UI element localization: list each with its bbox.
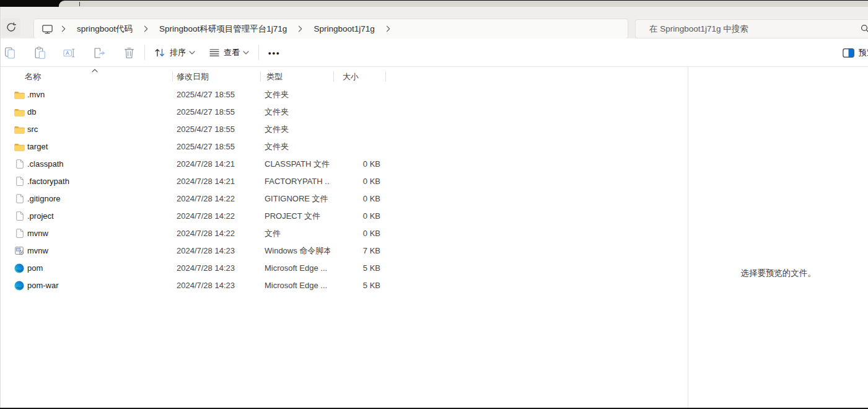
file-size: 0 KB — [333, 173, 380, 190]
edge-icon — [14, 281, 24, 291]
file-size: 5 KB — [333, 277, 380, 294]
file-row[interactable]: db 2025/4/27 18:55 文件夹 — [0, 103, 688, 121]
view-button[interactable]: 查看 — [206, 42, 253, 63]
file-rows: .mvn 2025/4/27 18:55 文件夹 db 2025/4/27 18… — [0, 86, 688, 294]
sort-label: 排序 — [170, 47, 186, 58]
folder-icon — [14, 126, 25, 134]
refresh-icon — [6, 22, 16, 32]
rename-button[interactable] — [59, 42, 79, 63]
file-size: 0 KB — [333, 225, 380, 242]
file-row[interactable]: .classpath 2024/7/28 14:21 CLASSPATH 文件 … — [0, 156, 688, 173]
column-header-size[interactable]: 大小 — [343, 67, 359, 86]
file-row[interactable]: .project 2024/7/28 14:22 PROJECT 文件 0 KB — [0, 208, 688, 225]
file-type: CLASSPATH 文件 — [265, 156, 330, 173]
file-row[interactable]: pom 2024/7/28 14:23 Microsoft Edge ... 5… — [0, 260, 688, 277]
file-size: 5 KB — [333, 260, 380, 277]
breadcrumb: springboot代码Springboot科研项目管理平台1j71gSprin… — [34, 19, 628, 38]
column-divider[interactable] — [260, 71, 261, 82]
file-date: 2025/4/27 18:55 — [177, 138, 235, 156]
column-header-date[interactable]: 修改日期 — [177, 67, 209, 86]
preview-split-icon — [843, 48, 854, 58]
command-toolbar: 排序 查看 ••• 预览 — [0, 38, 868, 67]
file-size: 0 KB — [333, 190, 380, 208]
sort-ascending-icon — [92, 69, 98, 73]
file-type: FACTORYPATH ... — [265, 173, 330, 190]
column-header-name[interactable]: 名称 — [25, 67, 41, 86]
file-size: 0 KB — [333, 208, 380, 225]
preview-pane: 选择要预览的文件。 — [688, 67, 868, 408]
monitor-icon — [42, 24, 53, 34]
chevron-right-icon — [297, 25, 303, 32]
file-row[interactable]: mvnw 2024/7/28 14:23 Windows 命令脚本 7 KB — [0, 242, 688, 260]
toolbar-divider — [258, 45, 259, 60]
column-divider[interactable] — [172, 71, 173, 82]
toolbar-divider — [144, 45, 145, 60]
share-icon — [93, 46, 106, 59]
file-date: 2024/7/28 14:22 — [177, 225, 235, 242]
window-left-edge — [0, 7, 1, 408]
sort-button[interactable]: 排序 — [151, 42, 199, 63]
column-divider[interactable] — [385, 71, 386, 82]
file-type: 文件夹 — [265, 103, 330, 121]
breadcrumb-item[interactable]: Springboot1j71g — [306, 20, 382, 37]
breadcrumb-item[interactable]: springboot代码 — [69, 20, 140, 37]
file-row[interactable]: target 2025/4/27 18:55 文件夹 — [0, 138, 688, 156]
file-type: 文件夹 — [265, 121, 330, 138]
file-date: 2024/7/28 14:23 — [177, 277, 235, 294]
preview-toggle-button[interactable]: 预览 — [840, 42, 868, 63]
rename-icon — [63, 46, 76, 59]
chevron-right-icon — [385, 25, 391, 32]
this-pc-button[interactable] — [37, 20, 58, 37]
navigation-bar: springboot代码Springboot科研项目管理平台1j71gSprin… — [0, 7, 868, 38]
edge-icon — [14, 263, 24, 273]
file-type: 文件夹 — [265, 138, 330, 156]
breadcrumb-item[interactable]: Springboot科研项目管理平台1j71g — [152, 20, 294, 37]
folder-icon — [14, 91, 25, 99]
file-type: Microsoft Edge ... — [265, 277, 330, 294]
refresh-button[interactable] — [2, 18, 20, 37]
file-date: 2025/4/27 18:55 — [177, 103, 235, 121]
file-name: mvnw — [27, 225, 48, 242]
more-options-label: ••• — [268, 48, 281, 58]
file-size: 7 KB — [333, 242, 380, 260]
column-header-type[interactable]: 类型 — [266, 67, 283, 86]
preview-label: 预览 — [859, 47, 868, 58]
file-name: db — [27, 103, 36, 121]
file-name: pom — [27, 260, 43, 277]
delete-button[interactable] — [119, 42, 139, 63]
file-type: 文件夹 — [265, 86, 330, 103]
paste-button[interactable] — [30, 42, 50, 63]
paste-icon — [33, 46, 46, 59]
file-row[interactable]: .gitignore 2024/7/28 14:22 GITIGNORE 文件 … — [0, 190, 688, 208]
file-date: 2024/7/28 14:23 — [177, 242, 235, 260]
file-name: .project — [27, 208, 54, 225]
copy-button[interactable] — [0, 42, 20, 63]
search-input[interactable]: 在 Springboot1j71g 中搜索 — [635, 19, 868, 38]
file-row[interactable]: .mvn 2025/4/27 18:55 文件夹 — [0, 86, 688, 103]
file-row[interactable]: mvnw 2024/7/28 14:22 文件 0 KB — [0, 225, 688, 242]
share-button[interactable] — [89, 42, 109, 63]
chevron-right-icon — [143, 25, 149, 32]
file-type: Windows 命令脚本 — [265, 242, 330, 260]
file-date: 2024/7/28 14:21 — [177, 173, 235, 190]
chevron-down-icon — [243, 51, 249, 55]
file-icon — [16, 229, 24, 238]
explorer-tab-remnant[interactable] — [59, 1, 868, 7]
file-date: 2024/7/28 14:22 — [177, 190, 235, 208]
more-options-button[interactable]: ••• — [265, 42, 284, 63]
file-row[interactable]: pom-war 2024/7/28 14:23 Microsoft Edge .… — [0, 277, 688, 294]
preview-empty-text: 选择要预览的文件。 — [688, 268, 868, 279]
file-type: Microsoft Edge ... — [265, 260, 330, 277]
file-date: 2025/4/27 18:55 — [177, 86, 235, 103]
file-date: 2024/7/28 14:23 — [177, 260, 235, 277]
delete-icon — [123, 46, 136, 59]
column-divider[interactable] — [333, 71, 334, 82]
file-date: 2024/7/28 14:22 — [177, 208, 235, 225]
file-name: src — [27, 121, 38, 138]
folder-icon — [14, 143, 25, 151]
file-icon — [16, 177, 24, 186]
folder-icon — [14, 108, 25, 117]
titlebar-strip — [0, 0, 868, 7]
file-row[interactable]: src 2025/4/27 18:55 文件夹 — [0, 121, 688, 138]
file-row[interactable]: .factorypath 2024/7/28 14:21 FACTORYPATH… — [0, 173, 688, 190]
